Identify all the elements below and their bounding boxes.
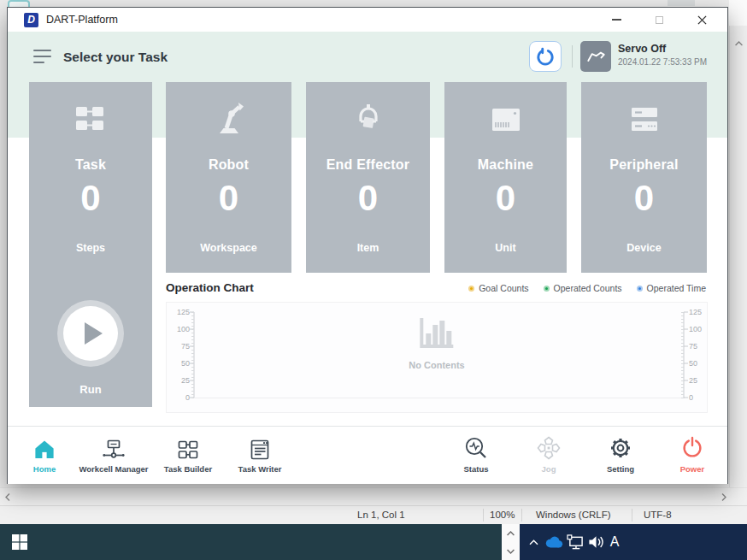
chart-empty-state: No Contents — [409, 316, 464, 370]
servo-timestamp: 2024.01.22 7:53:33 PM — [618, 57, 707, 67]
scroll-up-icon[interactable] — [504, 528, 516, 539]
task-icon — [29, 99, 152, 140]
no-contents-label: No Contents — [409, 360, 464, 370]
y-tick-right: 125 — [689, 308, 710, 316]
jog-icon — [509, 434, 588, 461]
card-title: Machine — [444, 157, 567, 173]
minor-ticks-left — [191, 312, 194, 398]
home-icon — [5, 434, 84, 461]
tray-expand-button[interactable] — [524, 524, 543, 560]
scroll-up-icon[interactable] — [732, 38, 744, 50]
minor-ticks-right — [681, 312, 684, 398]
y-tick-right: 50 — [689, 359, 710, 368]
goal-counts-dot-icon — [468, 286, 474, 292]
taskbar-left-segment — [0, 524, 502, 560]
gear-icon — [581, 434, 660, 461]
encoding: UTF-8 — [644, 506, 672, 524]
nav-item-task-builder[interactable]: Task Builder — [149, 434, 227, 474]
nav-item-power[interactable]: Power — [653, 434, 732, 474]
machine-icon — [444, 99, 567, 140]
power-icon — [653, 434, 732, 461]
card-unit: Device — [581, 242, 707, 254]
nav-item-home[interactable]: Home — [5, 434, 84, 474]
servo-button[interactable] — [580, 41, 611, 72]
card-title: Robot — [166, 157, 291, 173]
card-title: Peripheral — [581, 157, 707, 173]
legend-operated-time: Operated Time — [637, 283, 706, 293]
onedrive-tray-icon[interactable] — [543, 524, 565, 560]
nav-item-status[interactable]: Status — [437, 434, 515, 474]
dart-logo-icon: D — [24, 13, 38, 27]
close-button[interactable] — [680, 8, 723, 32]
minimize-button[interactable] — [595, 8, 638, 32]
window-title: DART-Platform — [46, 14, 118, 26]
dart-platform-window: D DART-Platform Select your Task — [7, 7, 728, 484]
windows-logo-icon — [12, 534, 27, 550]
statusbar-divider — [521, 509, 522, 522]
robot-connect-button[interactable] — [529, 41, 562, 72]
gripper-circle-icon — [534, 45, 556, 68]
card-unit: Item — [306, 242, 430, 254]
chart-legend: Goal Counts Operated Counts Operated Tim… — [468, 283, 706, 293]
card-end-effector[interactable]: End Effector 0 Item — [306, 82, 430, 273]
card-peripheral[interactable]: Peripheral 0 Device — [581, 82, 707, 273]
operated-counts-dot-icon — [544, 286, 550, 292]
robot-arm-icon — [585, 45, 607, 68]
operation-chart-title: Operation Chart — [166, 281, 254, 294]
card-unit: Unit — [444, 242, 567, 254]
background-editor-corner — [729, 0, 747, 26]
y-tick-right: 100 — [689, 325, 710, 333]
legend-goal-counts: Goal Counts — [468, 283, 528, 293]
card-unit: Workspace — [166, 242, 291, 254]
maximize-button[interactable] — [638, 8, 680, 32]
workcell-manager-icon — [74, 434, 153, 461]
editor-vertical-scrollbar[interactable] — [729, 26, 747, 487]
title-bar[interactable]: D DART-Platform — [8, 8, 727, 32]
card-title: Task — [29, 157, 152, 173]
nav-item-jog[interactable]: Jog — [509, 434, 588, 474]
y-tick-left: 25 — [168, 376, 190, 385]
y-tick-right: 75 — [689, 342, 710, 351]
scroll-down-icon[interactable] — [504, 545, 516, 557]
overlapping-scrollbar[interactable] — [502, 524, 520, 560]
play-icon — [85, 322, 103, 345]
end-effector-icon — [306, 99, 430, 140]
y-tick-left: 75 — [168, 342, 190, 351]
network-tray-icon[interactable] — [565, 524, 585, 560]
statusbar-divider — [483, 509, 484, 522]
card-count: 0 — [444, 178, 567, 219]
operation-chart-panel: 125 100 75 50 25 0 125 100 75 50 25 0 No… — [166, 302, 708, 413]
cursor-position: Ln 1, Col 1 — [357, 506, 405, 524]
ime-indicator[interactable]: A — [605, 524, 624, 560]
editor-horizontal-scrollbar[interactable] — [0, 487, 747, 506]
statusbar-divider — [632, 509, 632, 522]
volume-tray-icon[interactable] — [585, 524, 606, 560]
speaker-icon — [587, 534, 605, 550]
start-button[interactable] — [12, 533, 31, 551]
network-icon — [567, 534, 585, 551]
card-machine[interactable]: Machine 0 Unit — [444, 82, 567, 273]
run-button[interactable] — [63, 306, 118, 361]
menu-button[interactable] — [33, 50, 52, 64]
y-tick-left: 50 — [168, 359, 190, 368]
nav-item-workcell-manager[interactable]: Workcell Manager — [74, 434, 153, 474]
y-tick-left: 100 — [168, 325, 190, 333]
card-count: 0 — [29, 178, 152, 219]
scroll-left-icon[interactable] — [2, 491, 14, 503]
card-title: End Effector — [306, 157, 430, 173]
nav-item-task-writer[interactable]: Task Writer — [221, 434, 299, 474]
peripheral-icon — [581, 99, 707, 140]
y-tick-left: 125 — [168, 308, 190, 316]
background-window-fragment — [668, 0, 695, 6]
servo-status: Servo Off — [618, 43, 666, 55]
legend-operated-counts: Operated Counts — [544, 283, 622, 293]
close-icon — [697, 15, 707, 25]
card-task[interactable]: Task 0 Steps Run — [29, 82, 152, 407]
run-label: Run — [29, 383, 152, 396]
card-count: 0 — [166, 178, 291, 219]
scroll-right-icon[interactable] — [718, 491, 730, 503]
line-ending: Windows (CRLF) — [536, 506, 611, 524]
nav-item-setting[interactable]: Setting — [581, 434, 660, 474]
card-robot[interactable]: Robot 0 Workspace — [166, 82, 291, 273]
zoom-level: 100% — [490, 506, 515, 524]
